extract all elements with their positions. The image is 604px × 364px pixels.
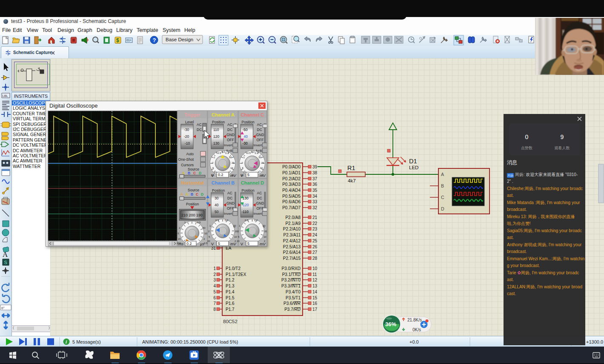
svg-text:36: 36 bbox=[312, 182, 318, 187]
svg-text:P0.1/AD1: P0.1/AD1 bbox=[282, 171, 301, 175]
svg-text:AC: AC bbox=[227, 191, 232, 195]
svg-text:P0.7/AD7: P0.7/AD7 bbox=[282, 205, 301, 210]
svg-text:ANIMATING: 00:00:15.250000 (CP: ANIMATING: 00:00:15.250000 (CPU load 5%) bbox=[142, 339, 238, 344]
svg-text:3: 3 bbox=[213, 278, 216, 282]
svg-text:8: 8 bbox=[213, 307, 216, 312]
svg-text:2: 2 bbox=[213, 272, 216, 277]
svg-text:21.8K/s: 21.8K/s bbox=[407, 318, 422, 322]
svg-text:B: B bbox=[188, 171, 190, 175]
svg-text:7: 7 bbox=[213, 301, 216, 306]
svg-text:10: 10 bbox=[230, 167, 233, 169]
svg-text:17: 17 bbox=[312, 307, 318, 312]
svg-text:P1.5: P1.5 bbox=[226, 296, 235, 300]
svg-text:10: 10 bbox=[234, 236, 237, 238]
svg-text:0°: 0° bbox=[1, 306, 5, 310]
svg-text:0.2: 0.2 bbox=[186, 242, 192, 246]
svg-text:P3.5/T1: P3.5/T1 bbox=[286, 296, 301, 300]
svg-text:-30: -30 bbox=[243, 141, 248, 145]
svg-text:Invert: Invert bbox=[224, 143, 233, 147]
svg-text:D: D bbox=[441, 206, 444, 211]
svg-text:DC: DC bbox=[227, 196, 232, 200]
svg-text:Cursors: Cursors bbox=[181, 163, 194, 167]
svg-text:V: V bbox=[240, 173, 243, 178]
svg-text:20: 20 bbox=[207, 240, 210, 242]
svg-text:P1.4: P1.4 bbox=[226, 290, 235, 294]
svg-text:27: 27 bbox=[312, 250, 318, 255]
svg-text:5 Message(s): 5 Message(s) bbox=[72, 339, 101, 344]
svg-text:110: 110 bbox=[213, 128, 219, 132]
svg-text:15: 15 bbox=[312, 296, 318, 300]
svg-text:A: A bbox=[180, 192, 183, 196]
svg-text:10: 10 bbox=[214, 171, 217, 173]
svg-text:Base Design: Base Design bbox=[166, 37, 193, 42]
svg-text:40: 40 bbox=[215, 203, 219, 207]
svg-text:P3.4/T0: P3.4/T0 bbox=[286, 290, 301, 294]
svg-text:200: 200 bbox=[177, 242, 181, 245]
svg-text:D: D bbox=[201, 192, 203, 196]
svg-text:P2.0/A8: P2.0/A8 bbox=[285, 215, 301, 220]
svg-text:mV: mV bbox=[260, 173, 266, 178]
svg-text:5: 5 bbox=[247, 242, 249, 246]
svg-text:Digital Oscilloscope: Digital Oscilloscope bbox=[49, 102, 97, 109]
svg-text:AC: AC bbox=[227, 122, 232, 127]
svg-text:33: 33 bbox=[312, 199, 318, 204]
svg-text:LBL: LBL bbox=[3, 94, 8, 98]
svg-text:40: 40 bbox=[244, 134, 248, 139]
svg-text:01+: 01+ bbox=[126, 39, 132, 42]
svg-text:P2.2/A10: P2.2/A10 bbox=[283, 227, 301, 231]
svg-text:20: 20 bbox=[237, 240, 240, 242]
svg-text:4: 4 bbox=[213, 284, 216, 288]
svg-text:10: 10 bbox=[312, 266, 318, 271]
svg-text:10: 10 bbox=[263, 236, 266, 238]
svg-text:-10: -10 bbox=[185, 141, 190, 145]
svg-text:14: 14 bbox=[312, 290, 318, 294]
svg-text:P2.5/A13: P2.5/A13 bbox=[283, 245, 301, 249]
svg-text:34: 34 bbox=[312, 194, 318, 199]
svg-text:Position: Position bbox=[212, 188, 225, 193]
svg-text:DC: DC bbox=[227, 128, 232, 132]
svg-text:5: 5 bbox=[247, 173, 249, 177]
svg-text:C: C bbox=[441, 195, 444, 200]
svg-text:-30: -30 bbox=[184, 128, 189, 132]
svg-text:6: 6 bbox=[213, 296, 216, 300]
svg-text:A: A bbox=[186, 192, 188, 196]
svg-text:P3.0/RXD: P3.0/RXD bbox=[282, 266, 301, 271]
svg-text:Auto: Auto bbox=[186, 152, 194, 156]
svg-text:-20: -20 bbox=[184, 134, 189, 139]
svg-text:P2.3/A11: P2.3/A11 bbox=[283, 233, 301, 237]
svg-text:P0.4/AD4: P0.4/AD4 bbox=[282, 188, 301, 193]
svg-text:50: 50 bbox=[203, 227, 206, 229]
svg-text:0.2: 0.2 bbox=[221, 151, 225, 153]
svg-text:Channel C: Channel C bbox=[241, 112, 264, 117]
svg-text:Source: Source bbox=[188, 188, 199, 192]
svg-text:Channel A: Channel A bbox=[212, 112, 235, 117]
svg-text:+1300.0: +1300.0 bbox=[586, 339, 603, 344]
svg-text:20: 20 bbox=[264, 230, 267, 233]
svg-text:4k7: 4k7 bbox=[348, 178, 356, 183]
svg-text:C: C bbox=[196, 192, 198, 196]
svg-text:-110: -110 bbox=[242, 210, 249, 214]
svg-text:DC: DC bbox=[197, 128, 202, 132]
svg-text:P2.4/A12: P2.4/A12 bbox=[283, 239, 301, 243]
svg-text:D: D bbox=[199, 171, 201, 175]
svg-text:20: 20 bbox=[178, 238, 181, 240]
svg-text:C: C bbox=[193, 171, 196, 175]
svg-text:50: 50 bbox=[229, 156, 232, 159]
svg-text:22: 22 bbox=[312, 221, 318, 226]
svg-text:5: 5 bbox=[213, 290, 216, 294]
svg-text:12: 12 bbox=[312, 278, 318, 282]
svg-text:0.1: 0.1 bbox=[225, 152, 229, 154]
svg-text:24: 24 bbox=[312, 233, 318, 237]
svg-text:A: A bbox=[441, 172, 444, 177]
svg-text:D1: D1 bbox=[409, 158, 417, 165]
svg-text:P0.5/AD5: P0.5/AD5 bbox=[282, 194, 301, 199]
svg-text:P1.2: P1.2 bbox=[226, 278, 235, 282]
svg-text:0.2: 0.2 bbox=[254, 219, 258, 222]
svg-text:P1.6: P1.6 bbox=[226, 301, 235, 306]
svg-text:20: 20 bbox=[232, 162, 235, 164]
svg-text:P1.3: P1.3 bbox=[226, 284, 235, 288]
svg-text:GND: GND bbox=[226, 201, 235, 205]
svg-text:Trigger: Trigger bbox=[184, 112, 200, 117]
svg-text:mV: mV bbox=[230, 242, 236, 246]
svg-text:LED: LED bbox=[409, 165, 418, 170]
